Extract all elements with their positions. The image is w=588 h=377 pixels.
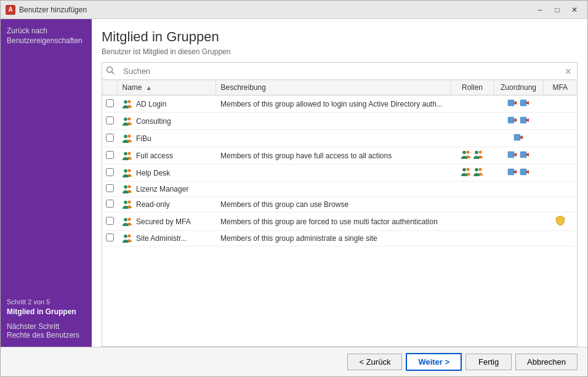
group-icon [122, 184, 133, 194]
search-input[interactable] [118, 63, 560, 79]
row-rollen-7 [451, 197, 494, 213]
th-mfa: MFA [543, 80, 577, 95]
svg-point-40 [128, 201, 131, 204]
row-mfa-9 [543, 231, 577, 246]
svg-point-39 [124, 185, 127, 189]
svg-point-42 [128, 217, 131, 221]
svg-point-30 [467, 168, 470, 171]
row-checkbox-2[interactable] [106, 116, 114, 124]
row-checkbox-7[interactable] [106, 200, 114, 208]
table-row: Consulting [102, 113, 577, 130]
table-row: Secured by MFAMembers of this group are … [102, 213, 577, 231]
row-checkbox-8[interactable] [106, 217, 114, 225]
svg-point-22 [479, 151, 482, 154]
search-icon [102, 63, 118, 79]
svg-point-38 [128, 185, 131, 188]
th-description: Beschreibung [215, 80, 451, 95]
group-icon [122, 99, 133, 109]
search-clear-icon[interactable]: ✕ [560, 63, 577, 79]
page-subtitle: Benutzer ist Mitglied in diesen Gruppen [102, 47, 578, 56]
svg-point-29 [124, 169, 127, 172]
table-row: Read-onlyMembers of this group can use B… [102, 197, 577, 213]
row-desc-6 [215, 182, 451, 197]
svg-point-43 [124, 217, 127, 221]
row-checkbox-3[interactable] [106, 134, 114, 142]
svg-line-1 [112, 72, 115, 75]
table-row: FiBu [102, 130, 577, 147]
row-desc-7: Members of this group can use Browse [215, 197, 451, 213]
svg-point-31 [462, 168, 466, 172]
sidebar: Zurück nach Benutzereigenschaften Schrit… [1, 19, 92, 347]
assign-icon [519, 167, 530, 179]
app-icon: A [6, 5, 15, 15]
row-name-1: AD Login [117, 95, 215, 113]
table-row: Lizenz Manager [102, 182, 577, 197]
row-name-3: FiBu [117, 130, 215, 147]
role-icon [461, 167, 472, 179]
th-name[interactable]: Name ▲ [117, 80, 215, 95]
content-area: Mitglied in Gruppen Benutzer ist Mitglie… [92, 19, 587, 347]
svg-point-19 [124, 152, 127, 155]
window-title: Benutzer hinzufügen [19, 6, 532, 14]
cancel-button[interactable]: Abbrechen [515, 354, 578, 370]
svg-point-9 [124, 117, 127, 121]
assign-icon [519, 98, 530, 110]
row-rollen-1 [451, 95, 494, 113]
back-to-properties-link[interactable]: Zurück nach Benutzereigenschaften [7, 26, 86, 46]
svg-point-18 [128, 152, 131, 155]
minimize-button[interactable]: – [532, 3, 548, 17]
row-zuordnung-9 [494, 231, 543, 246]
row-name-8: Secured by MFA [117, 213, 215, 231]
maximize-button[interactable]: □ [549, 3, 565, 17]
row-rollen-3 [451, 130, 494, 147]
row-desc-2 [215, 113, 451, 130]
bottom-bar: < Zurück Weiter > Fertig Abbrechen [1, 347, 587, 376]
row-zuordnung-7 [494, 197, 543, 213]
next-button[interactable]: Weiter > [406, 353, 462, 371]
th-zuordnung: Zuordnung [494, 80, 543, 95]
row-name-7: Read-only [117, 197, 215, 213]
row-zuordnung-5 [494, 164, 543, 182]
row-mfa-2 [543, 113, 577, 130]
svg-point-2 [128, 100, 131, 103]
svg-point-33 [475, 168, 478, 172]
row-desc-4: Members of this group have full access t… [215, 147, 451, 164]
row-name-4: Full access [117, 147, 215, 164]
row-name-2: Consulting [117, 113, 215, 130]
row-checkbox-4[interactable] [106, 151, 114, 159]
row-checkbox-5[interactable] [106, 168, 114, 176]
svg-point-32 [479, 168, 482, 171]
assign-icon [507, 115, 518, 127]
row-mfa-3 [543, 130, 577, 147]
svg-point-21 [462, 151, 466, 155]
search-bar: ✕ [102, 62, 578, 80]
row-desc-3 [215, 130, 451, 147]
row-zuordnung-4 [494, 147, 543, 164]
row-name-9: Site Administr... [117, 231, 215, 246]
row-desc-9: Members of this group administrate a sin… [215, 231, 451, 246]
groups-table-container: Name ▲ Beschreibung Rollen Zuordnung [102, 80, 578, 347]
row-name-6: Lizenz Manager [117, 182, 215, 197]
finish-button[interactable]: Fertig [465, 354, 512, 370]
current-step: Schritt 2 von 5 Mitglied in Gruppen [7, 298, 86, 317]
role-icon [473, 167, 484, 179]
svg-point-20 [467, 151, 470, 154]
back-button[interactable]: < Zurück [347, 354, 402, 370]
svg-point-23 [475, 151, 478, 155]
main-content: Zurück nach Benutzereigenschaften Schrit… [1, 19, 587, 347]
group-icon [122, 217, 133, 227]
row-mfa-5 [543, 164, 577, 182]
row-rollen-5 [451, 164, 494, 182]
assign-icon [519, 115, 530, 127]
row-checkbox-9[interactable] [106, 233, 114, 241]
titlebar: A Benutzer hinzufügen – □ ✕ [1, 1, 587, 19]
next-step-label: Nächster Schritt Rechte des Benutzers [7, 322, 86, 339]
row-checkbox-6[interactable] [106, 184, 114, 192]
row-checkbox-1[interactable] [106, 99, 114, 107]
close-button[interactable]: ✕ [566, 3, 582, 17]
row-rollen-9 [451, 231, 494, 246]
th-rollen: Rollen [451, 80, 494, 95]
svg-point-14 [128, 134, 131, 137]
row-zuordnung-2 [494, 113, 543, 130]
row-desc-1: Members of this group allowed to login u… [215, 95, 451, 113]
